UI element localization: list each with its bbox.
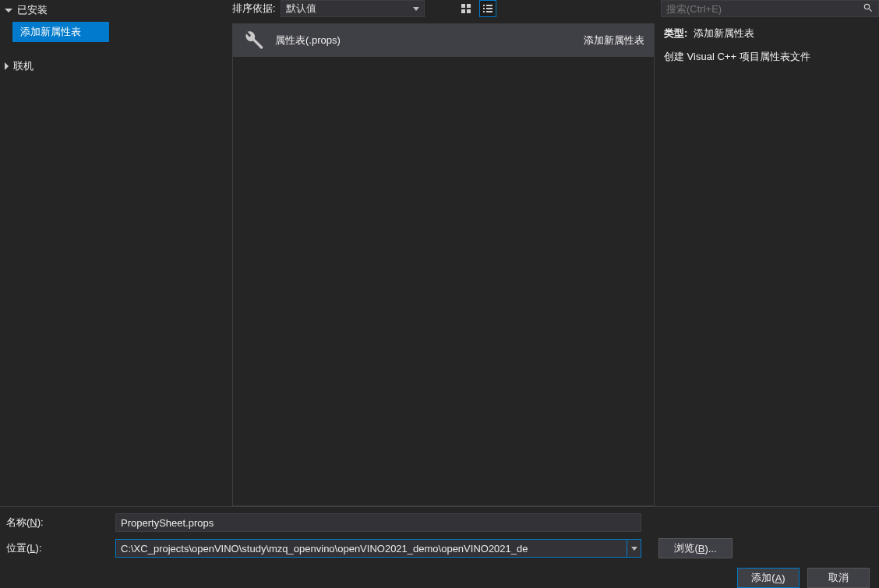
details-type-label: 类型: <box>664 26 687 40</box>
view-medium-icons-button[interactable] <box>457 0 475 17</box>
location-label-pre: 位置( <box>6 542 30 554</box>
template-item-category: 添加新属性表 <box>584 33 644 48</box>
svg-rect-6 <box>483 8 485 9</box>
sidebar: 已安装 添加新属性表 联机 <box>0 0 226 506</box>
svg-rect-4 <box>483 5 485 6</box>
template-item-name: 属性表(.props) <box>275 33 573 48</box>
location-label-post: ): <box>36 542 42 554</box>
wrench-icon <box>242 30 264 51</box>
bottom-form: 名称(N): 位置(L): 浏览(B)... 添加(A) 取消 <box>0 506 879 588</box>
cancel-label: 取消 <box>828 571 849 585</box>
name-label-key: N <box>30 516 37 528</box>
add-label-post: ) <box>782 572 785 584</box>
template-item-props[interactable]: 属性表(.props) 添加新属性表 <box>233 24 654 57</box>
name-field[interactable] <box>115 513 641 532</box>
template-list: 属性表(.props) 添加新属性表 <box>232 23 655 506</box>
view-small-list-button[interactable] <box>479 0 496 17</box>
location-dropdown-button[interactable] <box>627 539 641 558</box>
caret-right-icon <box>5 62 9 70</box>
sort-combo[interactable]: 默认值 <box>281 0 425 17</box>
location-field[interactable] <box>115 539 627 558</box>
sidebar-group-label: 联机 <box>13 59 34 73</box>
sidebar-item-add-property-sheet[interactable]: 添加新属性表 <box>12 22 109 42</box>
browse-label-key: B <box>698 543 705 555</box>
sort-combo-value: 默认值 <box>286 2 316 16</box>
center-toolbar: 排序依据: 默认值 <box>226 0 661 23</box>
browse-label-pre: 浏览( <box>674 541 697 555</box>
svg-rect-1 <box>467 4 471 8</box>
chevron-down-icon <box>413 7 419 11</box>
sort-label: 排序依据: <box>232 2 276 16</box>
details-description: 创建 Visual C++ 项目属性表文件 <box>661 42 879 72</box>
footer-buttons: 添加(A) 取消 <box>6 565 873 588</box>
name-label: 名称(N): <box>6 516 115 530</box>
svg-rect-2 <box>461 9 465 13</box>
sidebar-items: 添加新属性表 <box>0 22 226 42</box>
caret-down-icon <box>5 9 12 12</box>
browse-button[interactable]: 浏览(B)... <box>658 538 732 558</box>
svg-rect-0 <box>461 4 465 8</box>
location-label: 位置(L): <box>6 541 115 555</box>
details-type-row: 类型: 添加新属性表 <box>661 25 879 42</box>
details-panel: 类型: 添加新属性表 创建 Visual C++ 项目属性表文件 <box>661 0 879 506</box>
svg-rect-7 <box>486 8 492 9</box>
main-content: 已安装 添加新属性表 联机 排序依据: 默认值 <box>0 0 879 506</box>
sidebar-group-installed[interactable]: 已安装 <box>0 0 226 22</box>
grid-medium-icon <box>461 3 471 14</box>
sidebar-group-label: 已安装 <box>17 3 48 17</box>
sidebar-item-label: 添加新属性表 <box>20 26 81 37</box>
sidebar-group-online[interactable]: 联机 <box>0 51 226 78</box>
location-label-key: L <box>30 542 35 554</box>
name-label-pre: 名称( <box>6 516 30 528</box>
svg-rect-3 <box>467 9 471 13</box>
center-panel: 排序依据: 默认值 <box>226 0 661 506</box>
cancel-button[interactable]: 取消 <box>807 568 870 588</box>
search-icon <box>863 2 874 16</box>
search-box[interactable] <box>661 0 879 17</box>
list-icon <box>482 3 493 14</box>
search-input[interactable] <box>666 3 863 15</box>
add-button[interactable]: 添加(A) <box>737 568 800 588</box>
chevron-down-icon <box>631 547 637 551</box>
name-row: 名称(N): <box>6 513 873 532</box>
details-type-value: 添加新属性表 <box>694 26 754 40</box>
svg-rect-5 <box>486 5 492 6</box>
add-label-key: A <box>775 572 782 584</box>
name-label-post: ): <box>37 516 44 528</box>
location-row: 位置(L): 浏览(B)... <box>6 538 873 558</box>
add-label-pre: 添加( <box>751 571 775 585</box>
browse-label-post: )... <box>704 543 716 555</box>
svg-rect-8 <box>483 11 485 12</box>
svg-rect-9 <box>486 11 492 12</box>
